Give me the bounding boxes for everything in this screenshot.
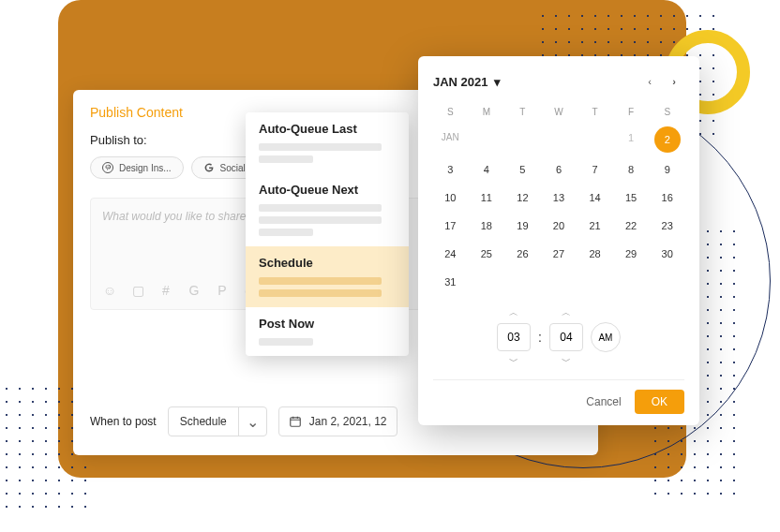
calendar-dow: W [542, 101, 577, 123]
google-icon [203, 162, 215, 173]
calendar-dow: S [433, 101, 468, 123]
calendar-day[interactable]: 9 [650, 156, 684, 183]
pinterest-icon [102, 162, 113, 173]
select-value: Schedule [169, 415, 238, 428]
minute-spinner: ︿ 04 ﹀ [549, 306, 583, 368]
hour-spinner: ︿ 03 ﹀ [497, 306, 531, 368]
schedule-select[interactable]: Schedule ⌄ [168, 406, 267, 436]
hour-down[interactable]: ﹀ [509, 355, 518, 368]
hour-up[interactable]: ︿ [509, 306, 518, 319]
calendar-month-select[interactable]: JAN 2021 ▾ [433, 75, 501, 89]
calendar-dow: M [470, 101, 504, 123]
when-label: When to post [90, 415, 157, 428]
minute-up[interactable]: ︿ [562, 306, 571, 319]
calendar-day[interactable]: 28 [578, 241, 612, 267]
calendar-day[interactable]: 29 [614, 241, 649, 267]
calendar-day[interactable]: 3 [433, 156, 468, 183]
minute-down[interactable]: ﹀ [562, 355, 571, 368]
calendar-day[interactable]: 13 [542, 185, 577, 211]
calendar-day[interactable]: 31 [433, 269, 468, 295]
chip-label: Design Ins... [119, 163, 172, 173]
calendar-dow: T [505, 101, 540, 123]
minute-value[interactable]: 04 [549, 323, 583, 351]
google-icon[interactable]: G [187, 283, 202, 298]
time-picker: ︿ 03 ﹀ : ︿ 04 ﹀ AM [433, 306, 684, 368]
calendar-day[interactable]: 15 [614, 185, 649, 211]
prev-month-button[interactable]: ‹ [639, 71, 660, 92]
calendar-day[interactable]: 10 [433, 185, 468, 211]
channel-chip[interactable]: Design Ins... [90, 156, 184, 179]
queue-option-schedule[interactable]: Schedule [246, 246, 409, 307]
pinterest-icon[interactable]: P [215, 283, 230, 298]
calendar-day[interactable]: 11 [470, 185, 504, 211]
svg-rect-1 [291, 418, 301, 426]
calendar-day[interactable]: 12 [505, 185, 540, 211]
calendar-day[interactable]: 7 [578, 156, 612, 183]
calendar-day[interactable]: 6 [542, 156, 577, 183]
calendar-day[interactable]: 18 [470, 213, 504, 239]
calendar-day[interactable]: 22 [614, 213, 649, 239]
calendar-day[interactable]: 24 [433, 241, 468, 267]
calendar-day[interactable]: 5 [505, 156, 540, 183]
when-to-post-row: When to post Schedule ⌄ Jan 2, 2021, 12 [90, 406, 398, 436]
caret-down-icon: ▾ [494, 75, 501, 89]
calendar-day[interactable]: 27 [542, 241, 577, 267]
calendar-day[interactable]: 16 [650, 185, 684, 211]
queue-option-auto-next[interactable]: Auto-Queue Next [246, 173, 409, 246]
queue-option-post-now[interactable]: Post Now [246, 307, 409, 356]
hour-value[interactable]: 03 [497, 323, 531, 351]
calendar-day[interactable]: 1 [614, 125, 649, 155]
calendar-day[interactable]: 8 [614, 156, 649, 183]
date-picker: JAN 2021 ▾ ‹ › SMTWTFSJAN123456789101112… [418, 56, 699, 425]
calendar-day[interactable]: 20 [542, 213, 577, 239]
calendar-dow: F [614, 101, 649, 123]
calendar-day[interactable]: 23 [650, 213, 684, 239]
ampm-toggle[interactable]: AM [591, 322, 621, 352]
calendar-grid: SMTWTFSJAN123456789101112131415161718192… [433, 101, 684, 295]
ok-button[interactable]: OK [635, 390, 684, 414]
queue-option-auto-last[interactable]: Auto-Queue Last [246, 112, 409, 173]
calendar-day[interactable]: 21 [578, 213, 612, 239]
image-icon[interactable]: ▢ [130, 283, 145, 298]
calendar-day[interactable]: 25 [470, 241, 504, 267]
calendar-day[interactable]: 17 [433, 213, 468, 239]
date-value: Jan 2, 2021, 12 [309, 415, 387, 428]
calendar-dow: S [650, 101, 684, 123]
calendar-month-label: JAN [433, 125, 468, 155]
calendar-day-selected[interactable]: 2 [654, 126, 681, 153]
cancel-button[interactable]: Cancel [586, 395, 621, 408]
calendar-day[interactable]: 26 [505, 241, 540, 267]
calendar-day[interactable]: 4 [470, 156, 504, 183]
calendar-dow: T [578, 101, 612, 123]
next-month-button[interactable]: › [664, 71, 684, 92]
calendar-day[interactable]: 19 [505, 213, 540, 239]
emoji-icon[interactable]: ☺ [102, 283, 117, 298]
date-input[interactable]: Jan 2, 2021, 12 [278, 406, 398, 436]
calendar-day[interactable]: 14 [578, 185, 612, 211]
calendar-icon [289, 415, 302, 428]
chevron-down-icon[interactable]: ⌄ [238, 407, 266, 436]
calendar-day[interactable]: 30 [650, 241, 684, 267]
hashtag-icon[interactable]: # [158, 283, 173, 298]
schedule-dropdown: Auto-Queue Last Auto-Queue Next Schedule… [246, 112, 409, 356]
